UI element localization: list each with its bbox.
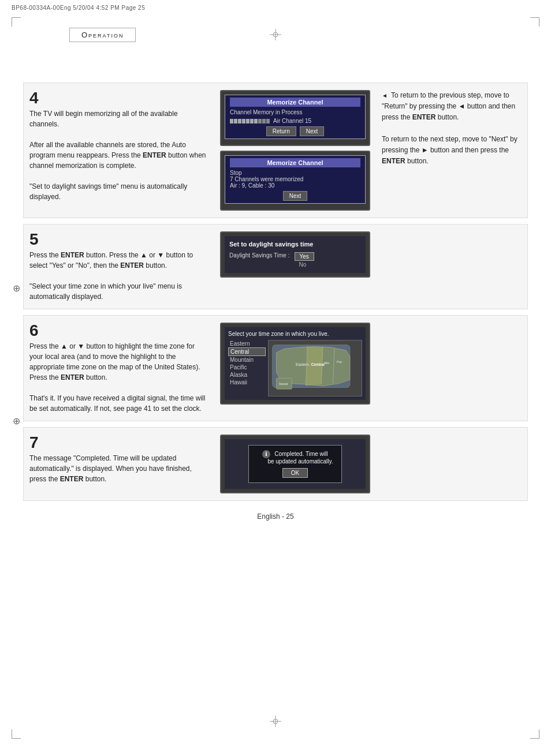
step-5-number: 5	[29, 231, 209, 248]
crosshair-bottom	[270, 716, 281, 727]
next-button-1[interactable]: Next	[300, 126, 325, 136]
step-7-text: 7 The message "Completed. Time will be u…	[29, 435, 209, 493]
tz-hawaii[interactable]: Hawaii	[228, 379, 266, 386]
svg-text:Hawaii: Hawaii	[278, 382, 288, 386]
step-4-screens: Memorize Channel Channel Memory in Proce…	[220, 90, 370, 211]
svg-text:Eastern: Eastern	[296, 362, 309, 366]
step-4-note-1: ◄ To return to the previous step, move t…	[382, 90, 522, 123]
return-button[interactable]: Return	[266, 126, 296, 136]
us-map-svg: Eastern Central Mtn Pac Hawaii	[269, 340, 362, 396]
completed-dialog: ℹ Completed. Time will be updated automa…	[248, 445, 341, 483]
dialog-2-buttons: Next	[230, 191, 360, 201]
timezone-list: Eastern Central Mountain Pacific Alaska …	[228, 340, 266, 396]
step-7-number: 7	[29, 435, 209, 451]
svg-text:Mtn: Mtn	[325, 361, 330, 365]
file-info: BP68-00334A-00Eng 5/20/04 4:52 PM Page 2…	[12, 5, 145, 11]
tz-pacific[interactable]: Pacific	[228, 364, 266, 371]
dialog-1-line1: Channel Memory in Process	[230, 109, 360, 115]
progress-container: Air Channel 15	[230, 118, 360, 124]
tz-mountain[interactable]: Mountain	[228, 356, 266, 364]
step-4-screen1: Memorize Channel Channel Memory in Proce…	[220, 90, 370, 146]
daylight-row: Daylight Savings Time : Yes No	[229, 252, 361, 268]
corner-mark-bl	[12, 729, 21, 739]
step-6-right	[382, 323, 522, 414]
step-6-screen-container: Select your time zone in which you live.…	[220, 323, 370, 414]
step-4-notes: ◄ To return to the previous step, move t…	[382, 90, 522, 167]
channel-label: Air Channel 15	[273, 118, 311, 124]
yes-option[interactable]: Yes	[295, 252, 314, 261]
dialog-2-title: Memorize Channel	[230, 158, 360, 167]
info-icon: ℹ	[262, 450, 270, 458]
step-5-right	[382, 231, 522, 302]
step-4-section: 4 The TV will begin memorizing all of th…	[23, 83, 528, 218]
crosshair-top	[270, 29, 281, 40]
step-4-content: The TV will begin memorizing all of the …	[29, 108, 209, 202]
us-map: Eastern Central Mtn Pac Hawaii	[268, 340, 362, 396]
step-5-screen: Set to daylight savings time Daylight Sa…	[220, 231, 370, 278]
step-5-section: 5 Press the ENTER button. Press the ▲ or…	[23, 224, 528, 309]
tz-eastern[interactable]: Eastern	[228, 340, 266, 347]
timezone-screen-title: Select your time zone in which you live.	[228, 331, 362, 337]
completed-screen: ℹ Completed. Time will be updated automa…	[225, 439, 366, 489]
seg9	[262, 119, 266, 123]
dialog-1-title: Memorize Channel	[230, 98, 360, 107]
step-4-note-2: To return to the next step, move to "Nex…	[382, 134, 522, 167]
seg5	[246, 119, 250, 123]
corner-mark-tr	[530, 17, 539, 27]
tz-alaska[interactable]: Alaska	[228, 371, 266, 379]
timezone-layout: Eastern Central Mountain Pacific Alaska …	[228, 340, 362, 396]
stop-line3: Air : 9, Cable : 30	[230, 182, 360, 189]
step-4-number: 4	[29, 90, 209, 106]
corner-mark-br	[530, 729, 539, 739]
next-button-2[interactable]: Next	[283, 191, 308, 201]
completed-message: ℹ Completed. Time will be updated automa…	[257, 450, 333, 465]
step-6-number: 6	[29, 323, 209, 339]
memorize-channel-dialog-1: Memorize Channel Channel Memory in Proce…	[225, 95, 366, 139]
tz-central[interactable]: Central	[228, 347, 266, 356]
step-4-text: 4 The TV will begin memorizing all of th…	[29, 90, 209, 202]
daylight-label: Daylight Savings Time :	[229, 252, 290, 259]
step-7-section: 7 The message "Completed. Time will be u…	[23, 427, 528, 501]
seg6	[250, 119, 254, 123]
step-7-screen: ℹ Completed. Time will be updated automa…	[220, 435, 370, 493]
seg3	[238, 119, 241, 123]
completed-line2: be updated automatically.	[257, 458, 333, 465]
left-margin-arrow-2: ⊕	[13, 416, 20, 426]
step-6-section: 6 Press the ▲ or ▼ button to highlight t…	[23, 315, 528, 421]
seg7	[254, 119, 258, 123]
daylight-title: Set to daylight savings time	[229, 241, 361, 248]
stop-box: Stop 7 Channels were memorized Air : 9, …	[230, 170, 360, 189]
step-5-screen-container: Set to daylight savings time Daylight Sa…	[220, 231, 370, 302]
step-6-content: Press the ▲ or ▼ button to highlight the…	[29, 341, 209, 414]
page-number: English - 25	[23, 512, 528, 521]
svg-text:Pac: Pac	[337, 360, 342, 364]
step-4-screen2: Memorize Channel Stop 7 Channels were me…	[220, 151, 370, 211]
seg1	[230, 119, 233, 123]
yes-no-options: Yes No	[295, 252, 314, 268]
stop-line1: Stop	[230, 170, 360, 176]
memorize-channel-dialog-2: Memorize Channel Stop 7 Channels were me…	[225, 155, 366, 204]
seg4	[242, 119, 245, 123]
seg10	[266, 119, 270, 123]
completed-line1: Completed. Time will	[274, 451, 327, 457]
step-7-screen-container: ℹ Completed. Time will be updated automa…	[220, 435, 370, 493]
left-margin-arrow-1: ⊕	[13, 283, 20, 294]
no-option[interactable]: No	[295, 261, 314, 268]
ok-button[interactable]: OK	[282, 468, 308, 478]
timezone-screen: Select your time zone in which you live.…	[225, 327, 366, 400]
seg2	[234, 119, 237, 123]
step-7-content: The message "Completed. Time will be upd…	[29, 453, 209, 484]
corner-mark-tl	[12, 17, 21, 27]
progress-bar	[230, 119, 270, 123]
step-5-content: Press the ENTER button. Press the ▲ or ▼…	[29, 250, 209, 302]
dialog-1-buttons: Return Next	[230, 126, 360, 136]
step-7-right	[382, 435, 522, 493]
step-5-text: 5 Press the ENTER button. Press the ▲ or…	[29, 231, 209, 302]
step-6-screen: Select your time zone in which you live.…	[220, 323, 370, 405]
page-header: Operation	[69, 28, 136, 42]
seg8	[258, 119, 262, 123]
step-6-text: 6 Press the ▲ or ▼ button to highlight t…	[29, 323, 209, 414]
svg-text:Central: Central	[311, 362, 325, 366]
stop-line2: 7 Channels were memorized	[230, 176, 360, 182]
bullet-icon-1: ◄	[382, 92, 388, 99]
